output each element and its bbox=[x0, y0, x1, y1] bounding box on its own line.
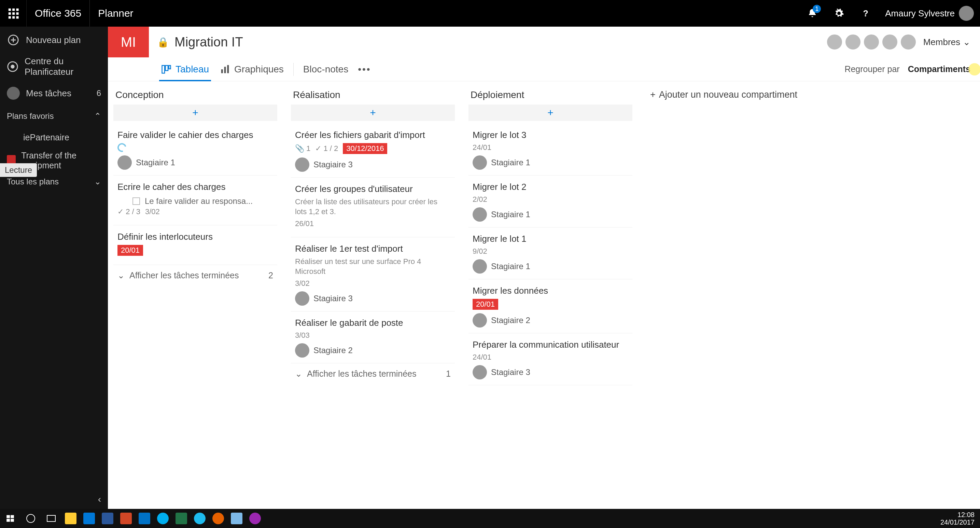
add-task-button[interactable]: + bbox=[468, 105, 632, 121]
taskbar-app-edge[interactable] bbox=[80, 509, 98, 528]
tab-charts[interactable]: Graphiques bbox=[215, 57, 289, 81]
app-name[interactable]: Planner bbox=[90, 8, 142, 19]
firefox-icon bbox=[212, 513, 224, 524]
task-title: Migrer le lot 2 bbox=[473, 182, 628, 192]
taskbar-app-skype[interactable] bbox=[154, 509, 172, 528]
my-tasks-button[interactable]: Mes tâches 6 bbox=[0, 80, 108, 107]
taskbar-app-notes[interactable] bbox=[228, 509, 246, 528]
due-date: 26/01 bbox=[295, 219, 314, 228]
plan-title[interactable]: Migration IT bbox=[175, 35, 243, 49]
taskbar-app-word[interactable] bbox=[98, 509, 117, 528]
more-button[interactable]: ••• bbox=[354, 64, 375, 75]
taskbar-app-outlook[interactable] bbox=[135, 509, 154, 528]
task-assignee[interactable]: Stagiaire 1 bbox=[118, 155, 273, 170]
chevron-down-icon: ⌄ bbox=[118, 270, 125, 280]
add-task-button[interactable]: + bbox=[113, 105, 277, 121]
group-by-dropdown[interactable]: Compartiments bbox=[908, 64, 970, 74]
member-avatars[interactable] bbox=[826, 34, 916, 50]
task-card[interactable]: Migrer les données20/01Stagiaire 2 bbox=[468, 279, 632, 333]
sidebar-item-plan-1[interactable]: iePartenaire bbox=[0, 126, 108, 149]
plus-circle-icon bbox=[7, 33, 20, 46]
show-completed-button[interactable]: ⌄Afficher les tâches terminées2 bbox=[113, 265, 277, 286]
task-title: Réaliser le gabarit de poste bbox=[295, 318, 451, 328]
task-assignee[interactable]: Stagiaire 2 bbox=[473, 313, 628, 328]
tab-board[interactable]: Tableau bbox=[156, 57, 215, 81]
task-meta: 2 / 33/02 bbox=[118, 207, 273, 216]
due-date: 24/01 bbox=[473, 353, 492, 362]
task-card[interactable]: Faire valider le cahier des chargesStagi… bbox=[113, 124, 277, 175]
user-menu[interactable]: Amaury Sylvestre bbox=[879, 6, 980, 21]
board[interactable]: Conception+Faire valider le cahier des c… bbox=[108, 81, 980, 509]
members-dropdown[interactable]: Membres ⌄ bbox=[923, 37, 970, 48]
task-assignee[interactable]: Stagiaire 1 bbox=[473, 155, 628, 170]
task-card[interactable]: Créer les fichiers gabarit d'import📎 11 … bbox=[291, 124, 455, 178]
avatar bbox=[473, 313, 487, 328]
task-card[interactable]: Préparer la communication utilisateur24/… bbox=[468, 333, 632, 385]
task-card[interactable]: Réaliser le 1er test d'importRéaliser un… bbox=[291, 237, 455, 312]
task-assignee[interactable]: Stagiaire 3 bbox=[295, 291, 451, 306]
planner-hub-label: Centre du Planificateur bbox=[25, 56, 101, 77]
avatar bbox=[863, 34, 880, 50]
bucket-title[interactable]: Réalisation bbox=[291, 87, 455, 105]
avatar bbox=[845, 34, 861, 50]
task-card[interactable]: Créer les groupes d'utilisateurCréer la … bbox=[291, 178, 455, 237]
suite-brand[interactable]: Office 365 bbox=[27, 0, 90, 27]
task-assignee[interactable]: Stagiaire 2 bbox=[295, 343, 451, 358]
task-description: Créer la liste des utilisateurs pour cré… bbox=[295, 197, 451, 216]
lecture-tooltip: Lecture bbox=[0, 163, 37, 177]
task-card[interactable]: Réaliser le gabarit de poste3/03Stagiair… bbox=[291, 312, 455, 363]
task-assignee[interactable]: Stagiaire 1 bbox=[473, 259, 628, 274]
taskbar-app-firefox[interactable] bbox=[209, 509, 228, 528]
taskbar-app-ie[interactable] bbox=[191, 509, 209, 528]
favorite-plans-header[interactable]: Plans favoris ⌃ bbox=[0, 107, 108, 126]
edge-icon bbox=[83, 513, 95, 524]
avatar bbox=[295, 343, 309, 358]
task-card[interactable]: Migrer le lot 22/02Stagiaire 1 bbox=[468, 175, 632, 227]
system-clock[interactable]: 12:08 24/01/2017 bbox=[935, 511, 980, 526]
taskbar-app-explorer[interactable] bbox=[62, 509, 80, 528]
svg-rect-6 bbox=[8, 16, 11, 19]
task-meta bbox=[118, 143, 273, 152]
notification-badge: 1 bbox=[813, 5, 821, 13]
task-title: Créer les groupes d'utilisateur bbox=[295, 184, 451, 194]
bucket-title[interactable]: Conception bbox=[113, 87, 277, 105]
chevron-down-icon: ⌄ bbox=[295, 369, 302, 379]
task-card[interactable]: Migrer le lot 324/01Stagiaire 1 bbox=[468, 124, 632, 175]
show-completed-button[interactable]: ⌄Afficher les tâches terminées1 bbox=[291, 363, 455, 384]
plan-tile[interactable]: MI bbox=[108, 27, 149, 57]
due-date: 9/02 bbox=[473, 247, 487, 256]
board-icon bbox=[161, 64, 172, 75]
new-plan-button[interactable]: Nouveau plan bbox=[0, 27, 108, 53]
start-button[interactable] bbox=[0, 509, 21, 528]
collapse-nav-button[interactable]: ‹ bbox=[0, 490, 108, 509]
checklist-count: 1 / 2 bbox=[315, 144, 338, 153]
settings-button[interactable] bbox=[826, 0, 852, 27]
avatar bbox=[473, 207, 487, 222]
planner-hub-button[interactable]: Centre du Planificateur bbox=[0, 53, 108, 80]
task-card[interactable]: Migrer le lot 19/02Stagiaire 1 bbox=[468, 227, 632, 279]
lock-icon: 🔒 bbox=[157, 37, 169, 48]
checkbox-icon[interactable] bbox=[132, 197, 140, 205]
help-button[interactable]: ? bbox=[852, 0, 879, 27]
taskbar-app-excel[interactable] bbox=[172, 509, 191, 528]
task-card[interactable]: Définir les interlocuteurs20/01 bbox=[113, 226, 277, 265]
task-assignee[interactable]: Stagiaire 3 bbox=[473, 365, 628, 379]
task-meta: 24/01 bbox=[473, 143, 628, 152]
notifications-button[interactable]: 1 bbox=[799, 0, 826, 27]
task-assignee[interactable]: Stagiaire 1 bbox=[473, 207, 628, 222]
taskbar-app-powerpoint[interactable] bbox=[117, 509, 135, 528]
taskbar-app-other[interactable] bbox=[246, 509, 264, 528]
task-title: Créer les fichiers gabarit d'import bbox=[295, 130, 451, 140]
app-launcher-button[interactable] bbox=[0, 0, 27, 27]
bucket-title[interactable]: Déploiement bbox=[468, 87, 632, 105]
task-card[interactable]: Ecrire le caher des chargesLe faire vali… bbox=[113, 175, 277, 226]
avatar bbox=[473, 259, 487, 274]
task-assignee[interactable]: Stagiaire 3 bbox=[295, 157, 451, 172]
tab-notebook[interactable]: Bloc-notes bbox=[298, 57, 354, 81]
add-task-button[interactable]: + bbox=[291, 105, 455, 121]
subtask-row[interactable]: Le faire valider au responsa... bbox=[118, 195, 273, 207]
task-meta: 📎 11 / 230/12/2016 bbox=[295, 143, 451, 154]
add-bucket-button[interactable]: +Ajouter un nouveau compartiment bbox=[646, 87, 802, 103]
cortana-button[interactable] bbox=[21, 509, 41, 528]
taskview-button[interactable] bbox=[41, 509, 62, 528]
